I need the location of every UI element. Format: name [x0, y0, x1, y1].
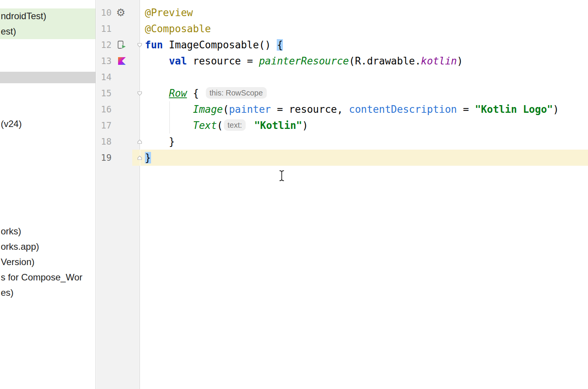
mouse-ibeam-cursor	[278, 170, 285, 181]
code-token: Row	[169, 87, 187, 99]
code-token: }	[145, 152, 151, 163]
code-token: "Kotlin Logo"	[475, 104, 553, 115]
code-line-19[interactable]: }	[140, 150, 588, 166]
code-token	[145, 120, 193, 131]
line-number-14[interactable]: 14	[96, 69, 112, 85]
line-number-12[interactable]: 12	[96, 37, 112, 53]
code-token	[145, 104, 193, 115]
line-number-15[interactable]: 15	[96, 85, 112, 101]
code-token: kotlin	[421, 55, 457, 67]
code-line-17[interactable]: Text(text: "Kotlin")	[140, 117, 588, 134]
code-token: (	[223, 104, 229, 115]
code-token: Image	[193, 104, 223, 115]
line-number-17[interactable]: 17	[96, 117, 112, 134]
tree-item[interactable]: es)	[1, 287, 13, 298]
code-token: painterResource	[259, 55, 349, 67]
code-token: Text	[193, 120, 217, 131]
code-token: val	[169, 55, 187, 67]
line-number-13[interactable]: 13	[96, 53, 112, 69]
code-line-10[interactable]: @Preview	[140, 5, 588, 21]
editor-gutter: 10111213141516171819 ⚙	[96, 0, 140, 389]
fold-collapse-icon[interactable]	[136, 90, 143, 97]
code-area: @Preview@Composablefun ImageComposable()…	[140, 5, 588, 166]
code-token: fun	[145, 39, 163, 51]
code-line-11[interactable]: @Composable	[140, 21, 588, 37]
code-token	[248, 120, 254, 131]
code-token: )	[457, 55, 463, 67]
fold-collapse-icon[interactable]	[136, 42, 143, 48]
inlay-hint[interactable]: text:	[224, 119, 246, 131]
inlay-hint[interactable]: this: RowScope	[206, 87, 267, 99]
code-token	[145, 87, 169, 99]
line-number-column: 10111213141516171819	[96, 5, 114, 166]
line-number-10[interactable]: 10	[96, 5, 112, 21]
kotlin-logo-icon[interactable]	[117, 56, 126, 66]
tree-item[interactable]: Version)	[1, 256, 34, 268]
code-token: {	[277, 39, 283, 51]
code-token: (	[217, 120, 223, 131]
tree-item-label: ndroidTest)	[0, 11, 46, 21]
code-token: =	[457, 104, 475, 115]
code-line-18[interactable]: }	[140, 134, 588, 150]
code-editor[interactable]: @Preview@Composablefun ImageComposable()…	[140, 0, 588, 389]
code-line-13[interactable]: val resource = painterResource(R.drawabl…	[140, 53, 588, 69]
code-token: (R.drawable.	[349, 55, 421, 67]
code-token: contentDescription	[349, 104, 457, 115]
code-token: )	[302, 120, 308, 131]
code-token: painter	[229, 104, 271, 115]
code-token: = resource,	[271, 104, 349, 115]
project-tree-panel: ndroidTest) est) (v24) orks) orks.app) V…	[0, 0, 96, 389]
code-line-16[interactable]: Image(painter = resource, contentDescrip…	[140, 101, 588, 117]
code-token: @Composable	[145, 23, 211, 35]
code-line-12[interactable]: fun ImageComposable() {	[140, 37, 588, 53]
tree-item[interactable]: orks)	[1, 226, 21, 237]
tree-item-label: est)	[0, 26, 16, 37]
fold-end-icon[interactable]	[136, 138, 143, 145]
tree-item[interactable]: (v24)	[1, 118, 22, 130]
run-preview-icon[interactable]	[117, 40, 127, 50]
code-line-15[interactable]: Row { this: RowScope	[140, 85, 588, 101]
line-number-18[interactable]: 18	[96, 134, 112, 150]
code-line-14[interactable]	[140, 69, 588, 85]
tree-item[interactable]: orks.app)	[1, 241, 39, 252]
tree-item-androidtest[interactable]: ndroidTest)	[0, 8, 95, 24]
line-number-11[interactable]: 11	[96, 21, 112, 37]
code-token: "Kotlin"	[254, 120, 302, 131]
line-number-16[interactable]: 16	[96, 101, 112, 117]
code-token: ImageComposable()	[163, 39, 277, 51]
code-token: resource =	[187, 55, 259, 67]
code-token: @Preview	[145, 7, 193, 18]
code-token: )	[553, 104, 559, 115]
tree-item[interactable]: s for Compose_Wor	[1, 272, 82, 283]
code-token: }	[145, 136, 175, 147]
ide-window: ndroidTest) est) (v24) orks) orks.app) V…	[0, 0, 588, 389]
tree-item-test[interactable]: est)	[0, 24, 95, 39]
fold-end-icon[interactable]	[136, 155, 143, 161]
code-token: {	[187, 87, 205, 99]
code-token	[145, 55, 169, 67]
tree-item-selected[interactable]	[0, 72, 95, 83]
preview-settings-gear-icon[interactable]: ⚙	[116, 5, 125, 20]
line-number-19[interactable]: 19	[96, 150, 112, 166]
